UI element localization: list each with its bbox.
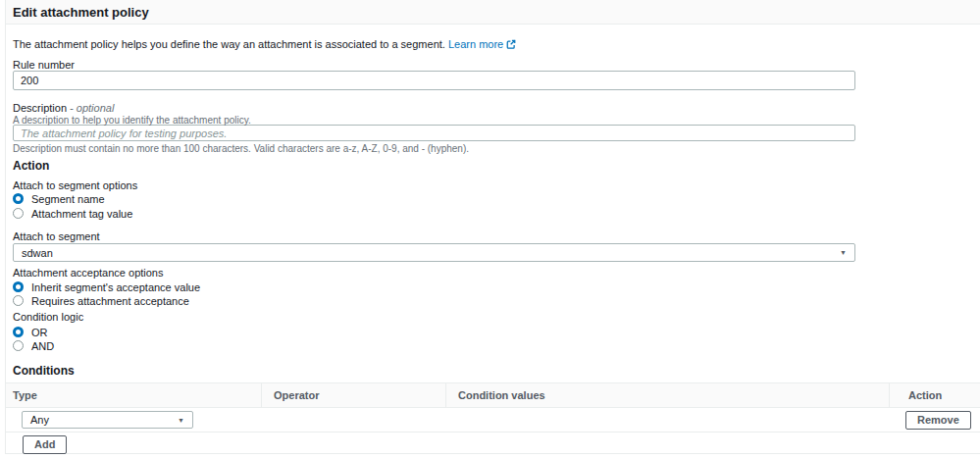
rule-number-label: Rule number [13, 60, 973, 71]
radio-inherit-acceptance[interactable]: Inherit segment's acceptance value [13, 280, 973, 293]
attach-to-segment-select[interactable]: sdwan ▼ [13, 243, 855, 262]
panel-header: Edit attachment policy [6, 0, 980, 25]
radio-label: Inherit segment's acceptance value [31, 281, 200, 293]
radio-selected-icon [13, 327, 24, 337]
form-content: The attachment policy helps you define t… [6, 38, 980, 454]
condition-type-select[interactable]: Any ▼ [22, 411, 193, 429]
radio-label: Attachment tag value [31, 208, 132, 220]
segment-options-label: Attach to segment options [13, 180, 973, 191]
chevron-down-icon: ▼ [840, 249, 847, 256]
condition-row: Any ▼ Remove [6, 408, 980, 433]
condition-type-cell: Any ▼ [6, 411, 261, 429]
radio-unselected-icon [13, 340, 24, 351]
column-header-operator: Operator [261, 383, 445, 407]
action-section-title: Action [13, 160, 973, 172]
radio-label: Requires attachment acceptance [31, 295, 189, 307]
remove-condition-button[interactable]: Remove [905, 411, 971, 430]
column-header-action: Action [889, 383, 980, 407]
condition-logic-label: Condition logic [13, 312, 973, 323]
radio-segment-name[interactable]: Segment name [13, 192, 973, 205]
radio-or[interactable]: OR [13, 326, 973, 338]
radio-label: AND [31, 340, 54, 352]
radio-requires-acceptance[interactable]: Requires attachment acceptance [13, 294, 973, 307]
external-link-icon [506, 39, 516, 49]
description-label: Description - optional [13, 103, 973, 114]
radio-selected-icon [13, 281, 24, 292]
column-header-condition-values: Condition values [445, 383, 889, 407]
radio-label: OR [31, 327, 48, 338]
radio-unselected-icon [13, 208, 24, 219]
edit-attachment-policy-panel: Edit attachment policy The attachment po… [5, 0, 980, 454]
radio-unselected-icon [13, 295, 24, 306]
conditions-table-header: Type Operator Condition values Action [6, 382, 980, 408]
acceptance-options-label: Attachment acceptance options [13, 268, 973, 279]
intro-text: The attachment policy helps you define t… [13, 38, 973, 51]
description-constraint-text: Description must contain no more than 10… [13, 143, 973, 154]
chevron-down-icon: ▼ [178, 417, 184, 424]
add-condition-button[interactable]: Add [23, 435, 67, 454]
intro-description: The attachment policy helps you define t… [13, 38, 445, 50]
rule-number-input[interactable] [13, 71, 855, 90]
description-input[interactable] [13, 125, 855, 141]
learn-more-link[interactable]: Learn more [448, 38, 516, 50]
column-header-type: Type [6, 383, 261, 407]
radio-selected-icon [13, 193, 24, 204]
select-value: Any [30, 414, 49, 426]
conditions-table-footer: Add [6, 433, 980, 454]
condition-action-cell: Remove [889, 411, 980, 430]
radio-and[interactable]: AND [13, 339, 973, 352]
page-title: Edit attachment policy [13, 5, 149, 20]
select-value: sdwan [22, 247, 53, 259]
conditions-section-title: Conditions [13, 365, 973, 377]
radio-attachment-tag-value[interactable]: Attachment tag value [13, 207, 973, 220]
radio-label: Segment name [31, 193, 105, 205]
optional-suffix: - optional [70, 102, 114, 114]
attach-to-segment-label: Attach to segment [13, 231, 973, 242]
conditions-table: Type Operator Condition values Action An… [6, 382, 980, 454]
